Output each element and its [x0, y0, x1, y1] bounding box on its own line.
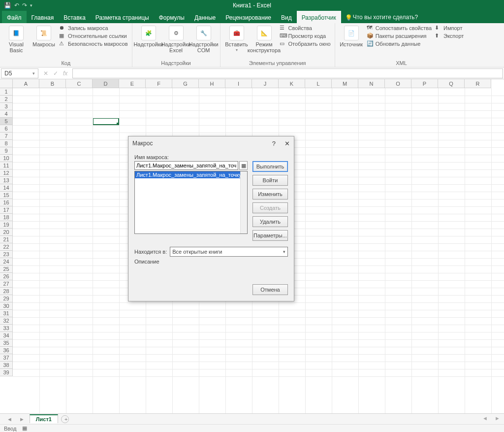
row-header[interactable]: 23 [0, 251, 13, 258]
row-header[interactable]: 6 [0, 125, 13, 133]
macro-list[interactable]: Лист1.Макрос_замены_запятой_на_точку [134, 171, 248, 234]
row-header[interactable]: 38 [0, 362, 13, 369]
tab-Разметка страницы[interactable]: Разметка страницы [91, 11, 154, 23]
row-header[interactable]: 34 [0, 332, 13, 339]
cancel-icon[interactable]: ✕ [43, 70, 48, 77]
macro-name-input[interactable] [134, 161, 238, 170]
row-header[interactable]: 36 [0, 347, 13, 354]
row-header[interactable]: 24 [0, 258, 13, 266]
addins-button[interactable]: 🧩Надстройки [136, 25, 161, 47]
col-header[interactable]: K [279, 79, 305, 88]
row-header[interactable]: 26 [0, 273, 13, 280]
macros-button[interactable]: 📜 Макросы [32, 25, 56, 47]
row-header[interactable]: 10 [0, 155, 13, 162]
row-header[interactable]: 12 [0, 169, 13, 177]
scroll-left-icon[interactable]: ◄ [482, 415, 488, 422]
row-header[interactable]: 17 [0, 206, 13, 214]
active-cell[interactable] [93, 118, 119, 125]
row-header[interactable]: 13 [0, 177, 13, 184]
design-mode-button[interactable]: 📐Режим конструктора [252, 25, 277, 53]
import-button[interactable]: ⬇Импорт [435, 25, 464, 32]
location-select[interactable]: Все открытые книги ▾ [170, 247, 288, 257]
tab-Вид[interactable]: Вид [276, 11, 297, 23]
row-header[interactable]: 7 [0, 133, 13, 140]
tell-me[interactable]: 💡 Что вы хотите сделать? [345, 11, 418, 23]
col-header[interactable]: C [66, 79, 93, 88]
visual-basic-button[interactable]: 📘 Visual Basic [4, 25, 29, 53]
row-header[interactable]: 14 [0, 184, 13, 192]
tab-Главная[interactable]: Главная [27, 11, 59, 23]
row-header[interactable]: 8 [0, 140, 13, 147]
cancel-button[interactable]: Отмена [252, 284, 288, 295]
show-dialog-button[interactable]: ▭Отобразить окно [280, 40, 331, 47]
row-header[interactable]: 22 [0, 243, 13, 251]
enter-icon[interactable]: ✓ [53, 70, 58, 77]
row-header[interactable]: 11 [0, 162, 13, 169]
view-code-button[interactable]: ⌨Просмотр кода [280, 33, 331, 39]
refresh-data-button[interactable]: 🔄Обновить данные [367, 40, 432, 47]
delete-button[interactable]: Удалить [252, 216, 288, 227]
row-header[interactable]: 35 [0, 339, 13, 347]
sheet-nav-right-icon[interactable]: ► [17, 416, 27, 422]
redo-icon[interactable]: ↷ [22, 2, 27, 9]
tab-Разработчик[interactable]: Разработчик [297, 11, 341, 23]
row-header[interactable]: 20 [0, 229, 13, 236]
edit-button[interactable]: Изменить [252, 189, 288, 199]
col-header[interactable]: A [13, 79, 39, 88]
scroll-right-icon[interactable]: ► [495, 415, 500, 422]
qat-dropdown-icon[interactable]: ▾ [30, 3, 32, 8]
select-all-corner[interactable] [0, 79, 13, 88]
com-addins-button[interactable]: 🔧Надстройки COM [191, 25, 216, 53]
help-icon[interactable]: ? [272, 140, 276, 147]
row-header[interactable]: 2 [0, 96, 13, 103]
col-header[interactable]: E [119, 79, 146, 88]
properties-button[interactable]: ☰Свойства [280, 25, 331, 32]
xml-source-button[interactable]: 📄Источник [339, 25, 364, 47]
col-header[interactable]: B [39, 79, 66, 88]
row-header[interactable]: 15 [0, 192, 13, 199]
scrollbar[interactable] [240, 171, 247, 233]
col-header[interactable]: I [225, 79, 252, 88]
col-header[interactable]: P [411, 79, 438, 88]
row-header[interactable]: 28 [0, 288, 13, 295]
row-header[interactable]: 32 [0, 317, 13, 325]
relative-refs-button[interactable]: ▦Относительные ссылки [59, 33, 128, 39]
step-into-button[interactable]: Войти [252, 175, 288, 186]
col-header[interactable]: D [93, 79, 119, 88]
expansion-packs-button[interactable]: 📦Пакеты расширения [367, 33, 432, 39]
row-header[interactable]: 30 [0, 302, 13, 310]
col-header[interactable]: J [252, 79, 279, 88]
row-header[interactable]: 37 [0, 354, 13, 362]
row-header[interactable]: 33 [0, 325, 13, 332]
row-header[interactable]: 4 [0, 110, 13, 118]
row-header[interactable]: 1 [0, 88, 13, 96]
macro-security-button[interactable]: ⚠Безопасность макросов [59, 40, 128, 47]
export-button[interactable]: ⬆Экспорт [435, 33, 464, 39]
sheet-nav-left-icon[interactable]: ◄ [5, 416, 14, 422]
range-picker-icon[interactable]: ▦ [239, 161, 248, 170]
undo-icon[interactable]: ↶ [14, 2, 19, 9]
row-header[interactable]: 39 [0, 369, 13, 376]
row-header[interactable]: 27 [0, 280, 13, 288]
save-icon[interactable]: 💾 [4, 2, 11, 9]
col-header[interactable]: G [172, 79, 199, 88]
col-header[interactable]: H [199, 79, 225, 88]
tab-file[interactable]: Файл [2, 11, 27, 23]
col-header[interactable]: Q [438, 79, 465, 88]
row-header[interactable]: 5 [0, 118, 13, 125]
options-button[interactable]: Параметры... [252, 230, 288, 241]
col-header[interactable]: O [385, 79, 411, 88]
col-header[interactable]: R [465, 79, 491, 88]
row-header[interactable]: 25 [0, 266, 13, 273]
row-header[interactable]: 3 [0, 103, 13, 110]
row-header[interactable]: 9 [0, 147, 13, 155]
tab-Данные[interactable]: Данные [189, 11, 220, 23]
row-header[interactable]: 16 [0, 199, 13, 206]
macro-record-icon[interactable]: ▦ [22, 425, 27, 432]
tab-Вставка[interactable]: Вставка [59, 11, 91, 23]
insert-control-button[interactable]: 🧰Вставить▾ [224, 25, 249, 53]
tab-Формулы[interactable]: Формулы [154, 11, 189, 23]
col-header[interactable]: F [146, 79, 172, 88]
fx-icon[interactable]: fx [63, 70, 67, 77]
row-header[interactable]: 18 [0, 214, 13, 221]
